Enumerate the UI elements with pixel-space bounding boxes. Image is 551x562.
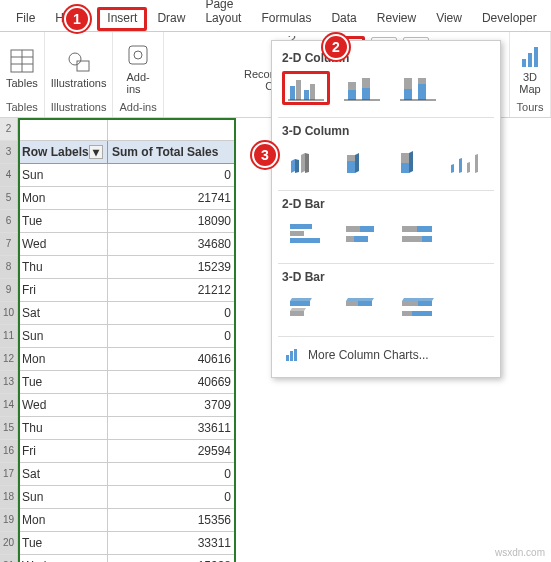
cell-b[interactable]: 0 [108, 486, 236, 509]
row-header[interactable]: 10 [0, 302, 18, 325]
cell-b[interactable] [108, 118, 236, 141]
cell-b[interactable]: 40616 [108, 348, 236, 371]
clustered-column-3d[interactable] [282, 144, 328, 178]
cell-b[interactable]: 0 [108, 302, 236, 325]
cell-a[interactable]: Wed [18, 555, 108, 562]
section-2d-bar: 2-D Bar [272, 193, 500, 213]
3d-map-button[interactable]: 3D Map [516, 41, 544, 95]
cell-a[interactable]: Tue [18, 532, 108, 555]
row-header[interactable]: 12 [0, 348, 18, 371]
row-header[interactable]: 8 [0, 256, 18, 279]
shapes-icon [65, 47, 93, 75]
cell-a[interactable]: Wed [18, 233, 108, 256]
cell-a[interactable]: Sat [18, 302, 108, 325]
row-header[interactable]: 20 [0, 532, 18, 555]
clustered-bar-3d[interactable] [282, 290, 330, 324]
pivot-header-sum: Sum of Total Sales [108, 141, 236, 164]
cell-b[interactable]: 0 [108, 463, 236, 486]
cell-b[interactable]: 33611 [108, 417, 236, 440]
row-header[interactable]: 21 [0, 555, 18, 562]
tab-developer[interactable]: Developer [472, 7, 547, 31]
cell-b[interactable]: 29594 [108, 440, 236, 463]
row-header[interactable]: 17 [0, 463, 18, 486]
row-header[interactable]: 16 [0, 440, 18, 463]
stacked-column-3d[interactable] [336, 144, 382, 178]
tab-review[interactable]: Review [367, 7, 426, 31]
cell-a[interactable]: Mon [18, 509, 108, 532]
clustered-column-2d[interactable] [282, 71, 330, 105]
filter-dropdown-icon[interactable]: ▾ [89, 145, 103, 159]
illustrations-button[interactable]: Illustrations [51, 47, 107, 89]
svg-rect-56 [402, 301, 418, 306]
tables-label: Tables [6, 77, 38, 89]
cell-a[interactable]: Sun [18, 164, 108, 187]
row-header[interactable]: 3 [0, 141, 18, 164]
tables-button[interactable]: Tables [6, 47, 38, 89]
stacked100-column-2d[interactable] [394, 71, 442, 105]
callout-1: 1 [64, 6, 90, 32]
cell-a[interactable]: Sun [18, 486, 108, 509]
cell-a[interactable]: Mon [18, 348, 108, 371]
row-header[interactable]: 6 [0, 210, 18, 233]
clustered-bar-2d[interactable] [282, 217, 330, 251]
worksheet[interactable]: 23Row Labels▾Sum of Total Sales4Sun05Mon… [0, 118, 236, 562]
cell-b[interactable]: 0 [108, 164, 236, 187]
cell-a[interactable] [18, 118, 108, 141]
cell-a[interactable]: Thu [18, 417, 108, 440]
cell-b[interactable]: 21741 [108, 187, 236, 210]
cell-a[interactable]: Fri [18, 440, 108, 463]
tab-file[interactable]: File [6, 7, 45, 31]
more-column-charts[interactable]: More Column Charts... [272, 339, 500, 371]
row-header[interactable]: 5 [0, 187, 18, 210]
svg-rect-33 [362, 78, 370, 88]
tab-data[interactable]: Data [321, 7, 366, 31]
addins-button[interactable]: Add- ins [124, 41, 152, 95]
row-header[interactable]: 2 [0, 118, 18, 141]
tab-draw[interactable]: Draw [147, 7, 195, 31]
tab-page-layout[interactable]: Page Layout [195, 0, 251, 31]
cell-b[interactable]: 15239 [108, 256, 236, 279]
cell-a[interactable]: Tue [18, 371, 108, 394]
cell-b[interactable]: 18090 [108, 210, 236, 233]
cell-a[interactable]: Tue [18, 210, 108, 233]
row-header[interactable]: 4 [0, 164, 18, 187]
stacked100-bar-3d[interactable] [394, 290, 442, 324]
cell-b[interactable]: 0 [108, 325, 236, 348]
cell-a[interactable]: Wed [18, 394, 108, 417]
row-header[interactable]: 15 [0, 417, 18, 440]
pivot-header-rowlabels[interactable]: Row Labels▾ [18, 141, 108, 164]
tab-view[interactable]: View [426, 7, 472, 31]
row-header[interactable]: 7 [0, 233, 18, 256]
cell-a[interactable]: Sat [18, 463, 108, 486]
cell-b[interactable]: 33311 [108, 532, 236, 555]
stacked100-column-3d[interactable] [390, 144, 436, 178]
tab-formulas[interactable]: Formulas [251, 7, 321, 31]
column-3d[interactable] [444, 144, 490, 178]
cell-a[interactable]: Mon [18, 187, 108, 210]
cell-b[interactable]: 34680 [108, 233, 236, 256]
cell-b[interactable]: 21212 [108, 279, 236, 302]
section-3d-bar: 3-D Bar [272, 266, 500, 286]
row-header[interactable]: 11 [0, 325, 18, 348]
row-header[interactable]: 14 [0, 394, 18, 417]
row-header[interactable]: 13 [0, 371, 18, 394]
stacked100-bar-2d[interactable] [394, 217, 442, 251]
svg-rect-41 [290, 231, 304, 236]
stacked-column-2d[interactable] [338, 71, 386, 105]
svg-rect-26 [296, 80, 301, 100]
tab-insert[interactable]: Insert [97, 7, 147, 31]
cell-a[interactable]: Sun [18, 325, 108, 348]
row-header[interactable]: 9 [0, 279, 18, 302]
stacked-bar-2d[interactable] [338, 217, 386, 251]
stacked-bar-3d[interactable] [338, 290, 386, 324]
row-header[interactable]: 19 [0, 509, 18, 532]
addins-label: Add- ins [126, 71, 149, 95]
row-header[interactable]: 18 [0, 486, 18, 509]
cell-b[interactable]: 15938 [108, 555, 236, 562]
svg-rect-50 [402, 236, 422, 242]
cell-b[interactable]: 15356 [108, 509, 236, 532]
cell-b[interactable]: 3709 [108, 394, 236, 417]
cell-a[interactable]: Thu [18, 256, 108, 279]
cell-a[interactable]: Fri [18, 279, 108, 302]
cell-b[interactable]: 40669 [108, 371, 236, 394]
